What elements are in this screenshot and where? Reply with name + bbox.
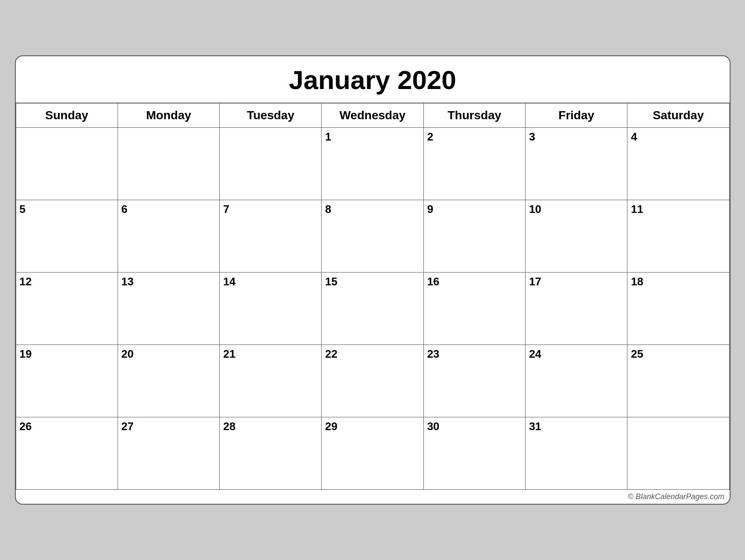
calendar-day-cell[interactable]: 7 [220, 200, 322, 273]
calendar-week-row: 1234 [16, 128, 729, 200]
calendar-day-cell[interactable]: 15 [322, 273, 423, 345]
calendar-week-row: 19202122232425 [16, 345, 729, 417]
calendar-day-cell[interactable]: 1 [322, 128, 423, 200]
header-sunday: Sunday [16, 103, 118, 128]
calendar-week-row: 12131415161718 [16, 273, 729, 345]
header-thursday: Thursday [423, 103, 525, 128]
watermark: © BlankCalendarPages.com [16, 490, 730, 504]
calendar-day-cell[interactable]: 3 [525, 128, 627, 200]
calendar-day-cell[interactable]: 5 [16, 200, 118, 273]
calendar-day-cell[interactable]: 24 [525, 345, 627, 417]
weekday-header-row: Sunday Monday Tuesday Wednesday Thursday… [16, 103, 729, 128]
header-friday: Friday [525, 103, 627, 128]
calendar-day-cell[interactable]: 21 [220, 345, 322, 417]
header-saturday: Saturday [627, 103, 729, 128]
calendar-week-row: 262728293031 [16, 417, 729, 490]
calendar-day-cell[interactable]: 10 [525, 200, 627, 273]
calendar-day-cell[interactable]: 25 [627, 345, 729, 417]
calendar-container: January 2020 Sunday Monday Tuesday Wedne… [15, 55, 731, 505]
calendar-day-cell[interactable]: 2 [423, 128, 525, 200]
header-monday: Monday [118, 103, 219, 128]
calendar-day-cell[interactable] [16, 128, 118, 200]
calendar-day-cell[interactable]: 19 [16, 345, 118, 417]
calendar-day-cell[interactable] [627, 417, 729, 490]
header-tuesday: Tuesday [220, 103, 322, 128]
calendar-day-cell[interactable]: 16 [423, 273, 525, 345]
calendar-day-cell[interactable]: 20 [118, 345, 219, 417]
header-wednesday: Wednesday [322, 103, 423, 128]
calendar-day-cell[interactable]: 11 [627, 200, 729, 273]
calendar-day-cell[interactable]: 18 [627, 273, 729, 345]
calendar-day-cell[interactable]: 14 [220, 273, 322, 345]
calendar-day-cell[interactable]: 22 [322, 345, 423, 417]
calendar-grid: Sunday Monday Tuesday Wednesday Thursday… [16, 103, 730, 490]
calendar-day-cell[interactable]: 27 [118, 417, 219, 490]
calendar-day-cell[interactable]: 17 [525, 273, 627, 345]
calendar-day-cell[interactable] [118, 128, 219, 200]
calendar-day-cell[interactable]: 8 [322, 200, 423, 273]
calendar-day-cell[interactable]: 23 [423, 345, 525, 417]
calendar-day-cell[interactable] [220, 128, 322, 200]
calendar-day-cell[interactable]: 9 [423, 200, 525, 273]
calendar-title: January 2020 [16, 56, 730, 103]
calendar-day-cell[interactable]: 29 [322, 417, 423, 490]
calendar-day-cell[interactable]: 4 [627, 128, 729, 200]
calendar-day-cell[interactable]: 12 [16, 273, 118, 345]
calendar-day-cell[interactable]: 28 [220, 417, 322, 490]
calendar-week-row: 567891011 [16, 200, 729, 273]
calendar-day-cell[interactable]: 13 [118, 273, 219, 345]
calendar-day-cell[interactable]: 6 [118, 200, 219, 273]
calendar-day-cell[interactable]: 31 [525, 417, 627, 490]
calendar-day-cell[interactable]: 26 [16, 417, 118, 490]
calendar-day-cell[interactable]: 30 [423, 417, 525, 490]
